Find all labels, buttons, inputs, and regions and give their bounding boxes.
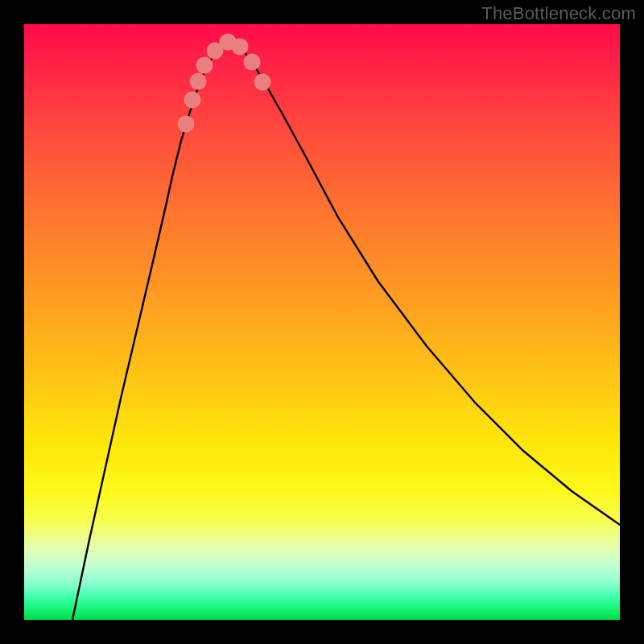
- data-marker: [254, 74, 271, 91]
- chart-frame: TheBottleneck.com: [0, 0, 644, 644]
- data-marker: [232, 39, 249, 56]
- data-marker: [196, 57, 213, 74]
- plot-area: [24, 24, 620, 620]
- data-marker: [178, 116, 195, 133]
- left-branch-curve: [72, 39, 229, 620]
- data-marker: [184, 92, 201, 109]
- data-marker: [244, 54, 261, 71]
- chart-svg: [24, 24, 620, 620]
- right-branch-curve: [229, 39, 620, 525]
- watermark-label: TheBottleneck.com: [481, 3, 636, 24]
- marker-group: [178, 34, 271, 133]
- data-marker: [190, 73, 207, 90]
- curve-group: [72, 39, 620, 620]
